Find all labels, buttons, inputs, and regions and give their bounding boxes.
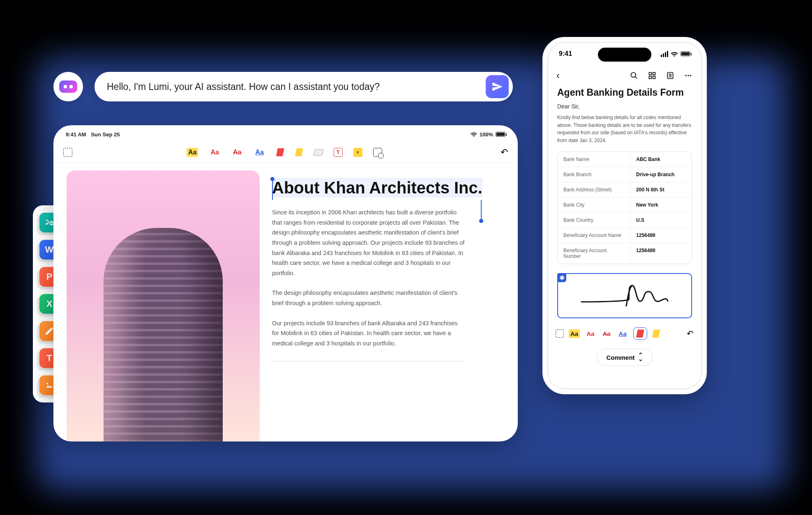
article-title[interactable]: About Khan Architects Inc.: [272, 178, 482, 198]
row-value: 1256489: [630, 228, 692, 243]
tablet-status-bar: 9:41 AM Sun Sep 25 100%: [53, 125, 518, 138]
svg-point-0: [631, 73, 636, 78]
svg-line-1: [635, 77, 637, 79]
highlighter-selected[interactable]: [633, 327, 647, 340]
wifi-icon: [471, 132, 477, 137]
lasso-select-icon[interactable]: [556, 329, 564, 338]
article-content: About Khan Architects Inc. Since its inc…: [272, 170, 503, 441]
signature-icon: [579, 281, 670, 310]
highlighter-yellow-icon[interactable]: [652, 329, 660, 338]
svg-point-12: [690, 75, 691, 76]
article-paragraph-2[interactable]: The design philosophy encapsulates aesth…: [272, 288, 465, 308]
battery-icon: [681, 51, 690, 56]
cellular-signal-icon: [661, 51, 668, 57]
sticky-note-icon[interactable]: ≡: [353, 148, 362, 157]
robot-icon: [59, 80, 77, 93]
row-label: Bank Address (Street): [558, 182, 630, 197]
phone-notch: [598, 48, 651, 62]
text-style-strike[interactable]: Aa: [231, 148, 243, 157]
row-label: Beneficiary Account Number: [558, 243, 630, 264]
table-row: Bank BranchDrive-up Branch: [558, 167, 692, 182]
building-illustration: [104, 228, 223, 441]
undo-icon[interactable]: ↶: [687, 329, 694, 338]
back-button[interactable]: ‹: [556, 70, 560, 81]
row-value: ABC Bank: [630, 152, 692, 167]
row-value: U.S: [630, 213, 692, 228]
phone-device: 9:41 ‹ Agent Banking Details Form Dear S…: [542, 37, 707, 394]
textbox-icon[interactable]: T: [334, 148, 343, 157]
table-row: Beneficiary Account Name1256489: [558, 228, 692, 243]
search-icon[interactable]: [630, 71, 639, 80]
highlighter-red-icon: [636, 329, 644, 338]
row-label: Beneficiary Account Name: [558, 228, 630, 243]
row-label: Bank Branch: [558, 167, 630, 182]
article-divider: [272, 361, 465, 361]
eraser-icon[interactable]: [313, 149, 323, 156]
wifi-icon: [671, 51, 678, 57]
grid-icon[interactable]: [648, 71, 657, 80]
tablet-device: 9:41 AM Sun Sep 25 100% Aa Aa Aa Aa T ≡ …: [53, 125, 518, 441]
status-date: Sun Sep 25: [91, 131, 120, 138]
form-table: Bank NameABC BankBank BranchDrive-up Bra…: [557, 152, 692, 264]
comment-mode-button[interactable]: Comment ⌃⌄: [597, 349, 652, 366]
ai-assistant-bar[interactable]: Hello, I'm Lumi, your AI assistant. How …: [95, 72, 513, 101]
send-button[interactable]: [486, 75, 509, 98]
svg-rect-3: [653, 73, 655, 75]
text-style-highlight[interactable]: Aa: [569, 329, 580, 338]
text-style-highlight[interactable]: Aa: [187, 148, 198, 157]
list-icon[interactable]: [666, 71, 675, 80]
phone-time: 9:41: [559, 50, 572, 57]
article-hero-image: [67, 170, 260, 441]
form-title: Agent Banking Details Form: [557, 87, 692, 98]
signature-box[interactable]: ✱: [557, 273, 692, 318]
form-body: Kindly find below banking details for al…: [557, 114, 692, 144]
ai-avatar[interactable]: [53, 72, 83, 101]
lasso-select-icon[interactable]: [63, 148, 72, 157]
highlighter-yellow-icon[interactable]: [295, 148, 303, 156]
row-label: Bank Country: [558, 213, 630, 228]
table-row: Bank CityNew York: [558, 197, 692, 212]
svg-rect-4: [649, 76, 652, 79]
table-row: Beneficiary Account Number1256489: [558, 243, 692, 264]
article-paragraph-3[interactable]: Our projects include 93 branches of bank…: [272, 318, 465, 349]
phone-nav-bar: ‹: [547, 57, 702, 87]
comment-label: Comment: [606, 354, 634, 361]
phone-toolbar: Aa Aa Aa Aa ↶: [547, 318, 702, 344]
tablet-toolbar: Aa Aa Aa Aa T ≡ ↶: [53, 142, 518, 163]
ai-greeting-text: Hello, I'm Lumi, your AI assistant. How …: [107, 81, 486, 92]
selection-handle-start[interactable]: [270, 177, 275, 181]
svg-rect-5: [653, 76, 655, 79]
text-style-red[interactable]: Aa: [585, 329, 596, 338]
signature-required-badge: ✱: [557, 273, 566, 282]
selection-handle-end[interactable]: [479, 219, 483, 223]
undo-icon[interactable]: ↶: [501, 147, 508, 158]
battery-percent: 100%: [480, 131, 493, 138]
row-label: Bank City: [558, 198, 630, 212]
table-row: Bank NameABC Bank: [558, 152, 692, 167]
table-row: Bank Address (Street)200 N 6th St: [558, 182, 692, 197]
text-style-underline[interactable]: Aa: [254, 148, 265, 157]
chevron-updown-icon: ⌃⌄: [638, 353, 643, 361]
row-label: Bank Name: [558, 152, 630, 167]
more-icon[interactable]: [684, 71, 693, 80]
article-paragraph-1[interactable]: Since its inception in 2006 Khan archite…: [272, 207, 465, 278]
shape-tool-icon[interactable]: [373, 148, 382, 157]
svg-point-11: [687, 75, 689, 76]
table-row: Bank CountryU.S: [558, 212, 692, 228]
highlighter-red-icon[interactable]: [276, 148, 284, 156]
battery-icon: [496, 132, 505, 137]
status-time: 9:41 AM: [66, 131, 86, 138]
row-value: 1256489: [630, 243, 692, 264]
svg-point-10: [685, 75, 687, 76]
form-salutation: Dear Sir,: [557, 103, 692, 110]
row-value: New York: [630, 198, 692, 212]
text-style-strike[interactable]: Aa: [601, 329, 612, 338]
svg-rect-2: [649, 73, 652, 75]
text-style-red[interactable]: Aa: [209, 148, 220, 157]
text-style-underline[interactable]: Aa: [617, 329, 628, 338]
row-value: 200 N 6th St: [630, 182, 692, 197]
paper-plane-icon: [491, 81, 503, 92]
row-value: Drive-up Branch: [630, 167, 692, 182]
